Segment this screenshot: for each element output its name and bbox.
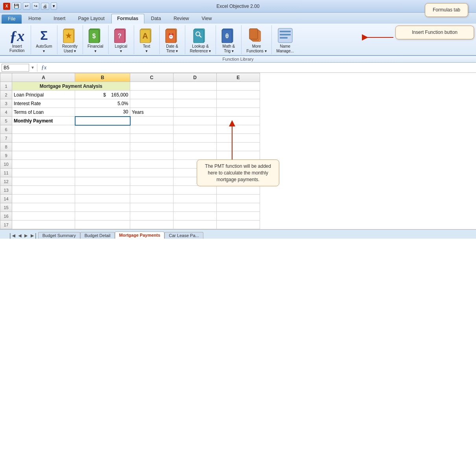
cell-A15[interactable] <box>12 203 75 212</box>
customize-btn[interactable]: ▾ <box>51 2 57 10</box>
cell-A4[interactable]: Terms of Loan <box>12 108 75 117</box>
cell-E9[interactable] <box>217 151 260 160</box>
col-header-E[interactable]: E <box>217 73 260 82</box>
redo-btn[interactable]: ↪ <box>32 2 39 10</box>
cell-A7[interactable] <box>12 134 75 143</box>
cell-E15[interactable] <box>217 203 260 212</box>
quick-save-btn[interactable]: 💾 <box>12 2 21 10</box>
tab-data[interactable]: Data <box>145 14 167 24</box>
nav-prev[interactable]: ◄ <box>17 232 23 239</box>
cell-D16[interactable] <box>173 212 217 221</box>
col-header-D[interactable]: D <box>173 73 217 82</box>
cell-D8[interactable] <box>173 143 217 151</box>
cell-C12[interactable] <box>130 177 173 186</box>
autosum-button[interactable]: Σ AutoSum▾ <box>34 27 54 54</box>
cell-E14[interactable] <box>217 195 260 203</box>
cell-E6[interactable] <box>217 125 260 134</box>
cell-A5[interactable]: Monthly Payment <box>12 117 75 125</box>
cell-B2[interactable]: $ 165,000 <box>75 91 130 99</box>
nav-first[interactable]: |◄ <box>9 232 17 239</box>
sheet-tab-mortgage-payments[interactable]: Mortgage Payments <box>115 232 165 239</box>
cell-D4[interactable] <box>173 108 217 117</box>
cell-E2[interactable] <box>217 91 260 99</box>
undo-btn[interactable]: ↩ <box>23 2 30 10</box>
cell-E17[interactable] <box>217 221 260 229</box>
math-trig-button[interactable]: θ Math &Trig ▾ <box>219 27 238 54</box>
cell-D1[interactable] <box>173 82 217 91</box>
cell-A6[interactable] <box>12 125 75 134</box>
cell-C17[interactable] <box>130 221 173 229</box>
formula-input[interactable] <box>50 64 474 72</box>
cell-E7[interactable] <box>217 134 260 143</box>
cell-D17[interactable] <box>173 221 217 229</box>
cell-D14[interactable] <box>173 195 217 203</box>
cell-E16[interactable] <box>217 212 260 221</box>
print-btn[interactable]: 🖨 <box>41 3 49 10</box>
cell-D3[interactable] <box>173 99 217 108</box>
cell-D6[interactable] <box>173 125 217 134</box>
cell-B12[interactable] <box>75 177 130 186</box>
text-button[interactable]: A Text▾ <box>137 27 156 54</box>
cell-C3[interactable] <box>130 99 173 108</box>
cell-B11[interactable] <box>75 169 130 177</box>
cell-B8[interactable] <box>75 143 130 151</box>
cell-E4[interactable] <box>217 108 260 117</box>
cell-ref-dropdown[interactable]: ▼ <box>31 65 35 70</box>
date-time-button[interactable]: ⏰ Date &Time ▾ <box>163 27 182 54</box>
nav-next[interactable]: ► <box>23 232 29 239</box>
office-icon[interactable]: X <box>3 3 10 10</box>
cell-C13[interactable] <box>130 186 173 195</box>
cell-A11[interactable] <box>12 169 75 177</box>
cell-C5[interactable] <box>130 117 173 125</box>
cell-C16[interactable] <box>130 212 173 221</box>
insert-function-button[interactable]: ƒx InsertFunction <box>6 27 28 54</box>
lookup-ref-button[interactable]: Lookup &Reference ▾ <box>188 27 213 54</box>
cell-D15[interactable] <box>173 203 217 212</box>
tab-home[interactable]: Home <box>22 14 47 24</box>
cell-A13[interactable] <box>12 186 75 195</box>
cell-A2[interactable]: Loan Principal <box>12 91 75 99</box>
cell-B5-selected[interactable] <box>75 117 130 125</box>
sheet-tab-budget-summary[interactable]: Budget Summary <box>38 232 80 239</box>
financial-button[interactable]: $ Financial▾ <box>86 27 105 54</box>
cell-B6[interactable] <box>75 125 130 134</box>
tab-page-layout[interactable]: Page Layout <box>72 14 110 24</box>
cell-C15[interactable] <box>130 203 173 212</box>
cell-E1[interactable] <box>217 82 260 91</box>
cell-E8[interactable] <box>217 143 260 151</box>
cell-A8[interactable] <box>12 143 75 151</box>
sheet-tab-car-lease[interactable]: Car Lease Pa... <box>164 232 203 239</box>
cell-C1[interactable] <box>130 82 173 91</box>
tab-view[interactable]: View <box>196 14 218 24</box>
cell-C8[interactable] <box>130 143 173 151</box>
cell-B7[interactable] <box>75 134 130 143</box>
cell-C10[interactable] <box>130 160 173 169</box>
cell-A9[interactable] <box>12 151 75 160</box>
cell-B4[interactable]: 30 <box>75 108 130 117</box>
cell-B14[interactable] <box>75 195 130 203</box>
col-header-B[interactable]: B <box>75 73 130 82</box>
cell-B16[interactable] <box>75 212 130 221</box>
cell-B9[interactable] <box>75 151 130 160</box>
sheet-tab-budget-detail[interactable]: Budget Detail <box>80 232 115 239</box>
nav-last[interactable]: ►| <box>30 232 37 239</box>
cell-B13[interactable] <box>75 186 130 195</box>
cell-A1[interactable]: Mortgage Payment Analysis <box>12 82 130 91</box>
cell-B17[interactable] <box>75 221 130 229</box>
cell-A10[interactable] <box>12 160 75 169</box>
cell-A16[interactable] <box>12 212 75 221</box>
tab-formulas[interactable]: Formulas <box>111 14 144 24</box>
cell-A3[interactable]: Interest Rate <box>12 99 75 108</box>
cell-C6[interactable] <box>130 125 173 134</box>
cell-E5[interactable] <box>217 117 260 125</box>
recently-used-button[interactable]: ★ RecentlyUsed ▾ <box>61 27 79 54</box>
cell-D7[interactable] <box>173 134 217 143</box>
cell-A14[interactable] <box>12 195 75 203</box>
cell-C4[interactable]: Years <box>130 108 173 117</box>
cell-C11[interactable] <box>130 169 173 177</box>
logical-button[interactable]: ? Logical▾ <box>112 27 131 54</box>
col-header-A[interactable]: A <box>12 73 75 82</box>
cell-B10[interactable] <box>75 160 130 169</box>
cell-E3[interactable] <box>217 99 260 108</box>
cell-D2[interactable] <box>173 91 217 99</box>
